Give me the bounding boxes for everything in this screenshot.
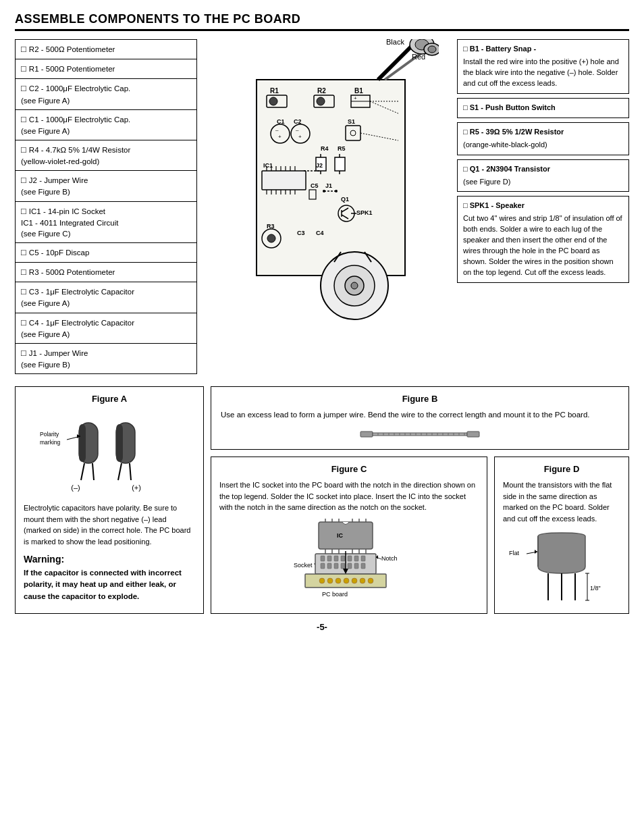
svg-rect-76 [360, 432, 373, 437]
svg-rect-118 [321, 563, 325, 569]
figure-c-diagram: IC [219, 519, 479, 606]
s1-note: □ S1 - Push Button Switch [457, 98, 629, 118]
figure-a-svg: Polarity marking (–) (+) [38, 409, 180, 497]
spk1-note: □ SPK1 - Speaker Cut two 4" wires and st… [457, 196, 629, 283]
c5-pcb-label: C5 [311, 182, 319, 189]
svg-point-56 [351, 282, 358, 289]
warning-label: Warning: [24, 554, 195, 565]
spk1-pcb-label: SPK1 [356, 209, 373, 216]
checklist-item-j2: □J2 - Jumper Wire(see Figure B) [16, 171, 196, 201]
figures-cd-row: Figure C Insert the IC socket into the P… [211, 457, 629, 614]
checklist-item-c4: □C4 - 1μF Electrolytic Capacitor(see Fig… [16, 313, 196, 344]
checklist-item-c2: □C2 - 1000μF Electrolytic Cap.(see Figur… [16, 79, 196, 109]
figure-c-box: Figure C Insert the IC socket into the P… [211, 457, 487, 614]
r5-note: □ R5 - 39Ω 5% 1/2W Resistor (orange-whit… [457, 122, 629, 155]
figure-b-description: Use an excess lead to form a jumper wire… [221, 409, 619, 421]
svg-text:PC board: PC board [322, 591, 348, 598]
svg-rect-113 [334, 556, 338, 561]
svg-rect-117 [361, 556, 365, 561]
b1-label: □ B1 - Battery Snap - [463, 45, 536, 53]
svg-rect-123 [354, 563, 358, 569]
figure-a-description: Electrolytic capacitors have polarity. B… [24, 502, 195, 547]
svg-rect-121 [341, 563, 345, 569]
svg-point-10 [317, 97, 325, 105]
bottom-section: Figure A Polarity [15, 386, 629, 614]
s1-label: □ S1 - Push Button Switch [463, 103, 556, 111]
checklist-item-r2: □R2 - 500Ω Potentiometer [16, 40, 196, 59]
svg-text:(+): (+) [132, 484, 141, 492]
svg-rect-116 [354, 556, 358, 561]
svg-point-135 [352, 578, 357, 583]
r5-pcb-label: R5 [338, 145, 346, 152]
svg-text:marking: marking [40, 439, 61, 446]
svg-rect-111 [321, 556, 325, 561]
svg-point-52 [267, 234, 275, 242]
svg-rect-95 [467, 432, 479, 437]
checklist-item-c5: □C5 - 10pF Discap [16, 243, 196, 263]
svg-point-137 [368, 578, 373, 583]
svg-rect-120 [334, 563, 338, 569]
svg-rect-124 [361, 563, 365, 569]
svg-point-134 [344, 578, 349, 583]
svg-point-44 [323, 190, 325, 192]
svg-text:IC: IC [337, 532, 344, 539]
svg-text:Polarity: Polarity [40, 431, 59, 438]
r4-pcb-label: R4 [321, 145, 329, 152]
svg-rect-26 [262, 171, 306, 190]
svg-point-136 [360, 578, 365, 583]
jumper-wire-svg [359, 426, 481, 442]
figure-a-box: Figure A Polarity [15, 386, 204, 614]
figure-c-title: Figure C [219, 464, 479, 474]
svg-point-6 [428, 46, 436, 53]
svg-rect-63 [79, 424, 86, 462]
warning-text: If the capacitor is connected with incor… [24, 567, 195, 602]
j1-pcb-label: J1 [325, 182, 332, 189]
s1-pcb-label: S1 [348, 118, 355, 125]
figure-b-title: Figure B [221, 394, 619, 404]
figure-d-diagram: Flat 1/8" [503, 529, 620, 604]
svg-rect-77 [373, 433, 467, 436]
checklist-item-c3: □C3 - 1μF Electrolytic Capacitor(see Fig… [16, 282, 196, 313]
svg-point-131 [319, 578, 325, 583]
svg-rect-25 [335, 157, 345, 171]
svg-text:1/8": 1/8" [590, 585, 601, 592]
b1-text: Install the red wire into the positive (… [463, 57, 623, 89]
c4-pcb-label: C4 [316, 230, 324, 236]
page-title: ASSEMBLE COMPONENTS TO THE PC BOARD [15, 12, 629, 31]
pcb-svg: Black Red R1 R2 [216, 39, 439, 363]
svg-line-65 [92, 463, 94, 480]
r5-label: □ R5 - 39Ω 5% 1/2W Resistor [463, 128, 564, 136]
svg-text:Notch: Notch [381, 555, 398, 562]
right-figures: Figure B Use an excess lead to form a ju… [211, 386, 629, 614]
svg-text:+: + [298, 134, 302, 140]
svg-rect-122 [348, 563, 352, 569]
checklist-item-r1: □R1 - 500Ω Potentiometer [16, 59, 196, 79]
svg-rect-67 [116, 424, 123, 462]
top-section: □R2 - 500Ω Potentiometer□R1 - 500Ω Poten… [15, 39, 629, 374]
checklist-item-r3: □R3 - 500Ω Potentiometer [16, 263, 196, 282]
figure-c-svg: IC [281, 519, 417, 606]
svg-line-69 [130, 463, 131, 480]
svg-point-8 [269, 97, 277, 105]
figure-b-box: Figure B Use an excess lead to form a ju… [211, 386, 629, 450]
q1-label: □ Q1 - 2N3904 Transistor [463, 165, 550, 173]
black-label: Black [386, 39, 404, 46]
svg-line-68 [118, 463, 122, 480]
figure-a-diagram: Polarity marking (–) (+) [24, 409, 195, 497]
jumper-wire-visual [221, 426, 619, 442]
c3-pcb-label: C3 [297, 230, 305, 236]
figure-c-description: Insert the IC socket into the PC board w… [219, 479, 479, 513]
r1-label: R1 [270, 87, 279, 95]
svg-text:(–): (–) [71, 484, 80, 492]
checklist-item-r4: □R4 - 4.7kΩ 5% 1/4W Resistor(yellow-viol… [16, 140, 196, 171]
svg-line-64 [81, 463, 84, 480]
svg-rect-114 [341, 556, 345, 561]
svg-text:–: – [275, 127, 279, 133]
q1-note: □ Q1 - 2N3904 Transistor (see Figure D) [457, 159, 629, 192]
svg-point-45 [335, 190, 338, 192]
svg-rect-115 [348, 556, 352, 561]
svg-text:Flat: Flat [509, 550, 520, 556]
page-number: -5- [15, 622, 629, 632]
j2-pcb-label: J2 [316, 162, 323, 169]
figure-a-title: Figure A [24, 394, 195, 404]
